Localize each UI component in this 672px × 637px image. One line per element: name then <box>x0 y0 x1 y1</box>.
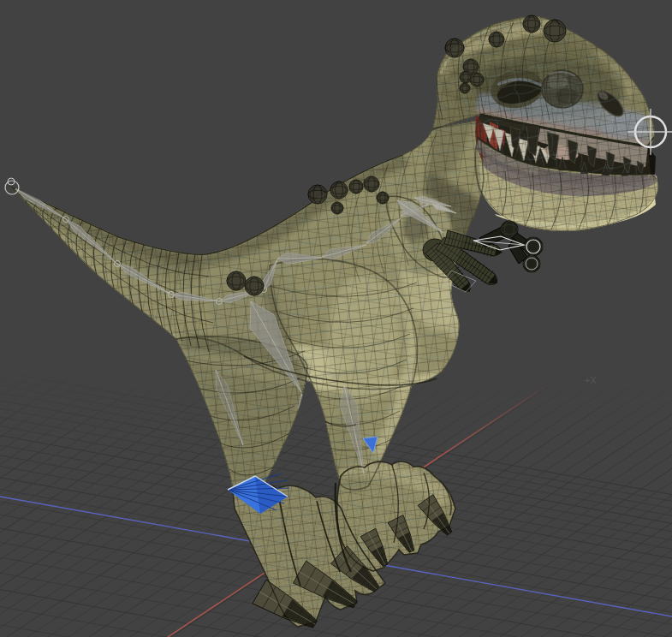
svg-text:+X: +X <box>585 375 597 385</box>
